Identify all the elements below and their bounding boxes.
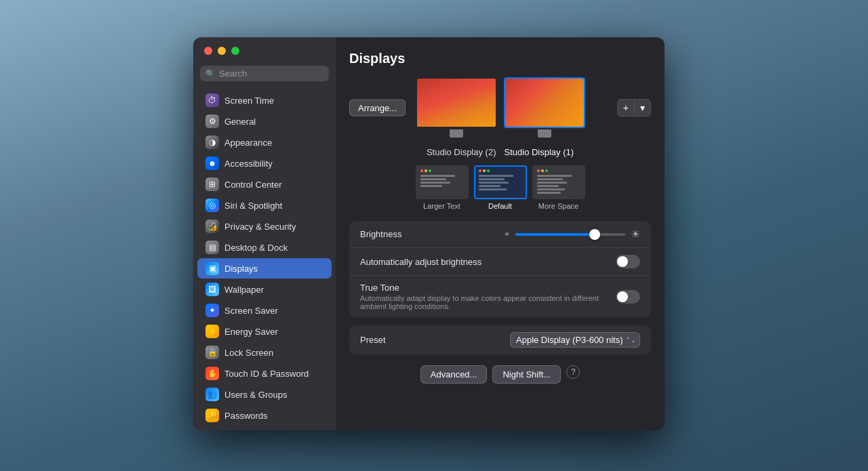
search-box[interactable]: 🔍 [200,66,329,81]
preset-section: Preset Apple Display (P3-600 nits)Custom… [349,325,651,354]
res-dots-more-space [537,169,548,172]
sidebar-item-wallpaper[interactable]: 🖼 Wallpaper [197,279,332,300]
res-line-m2 [537,178,563,180]
sidebar-label-users-groups: Users & Groups [224,390,287,400]
add-display-button[interactable]: + [618,100,634,116]
display-selection-row: Studio Display (2) Studio Display (1) [349,147,651,157]
res-line-2 [420,178,446,180]
display-2-wrap[interactable] [416,77,497,138]
control-center-icon: ⊞ [205,178,219,191]
res-thumb-more-space [532,165,585,199]
res-dot-y-default [483,169,486,172]
res-line-d5 [479,188,507,190]
touch-id-icon: ✋ [205,367,219,380]
sidebar-label-screen-time: Screen Time [224,96,274,106]
sidebar-item-control-center[interactable]: ⊞ Control Center [197,174,332,194]
screen-time-icon: ⏱ [205,94,219,107]
sidebar-item-privacy[interactable]: 🔏 Privacy & Security [197,216,332,237]
res-option-larger-text[interactable]: Larger Text [416,165,469,210]
desktop-dock-icon: ▤ [205,241,219,254]
sidebar-item-appearance[interactable]: ◑ Appearance [197,132,332,152]
res-line-m6 [537,192,561,194]
energy-saver-icon: ⚡ [205,325,219,338]
page-title: Displays [349,51,651,66]
close-button[interactable] [204,47,212,55]
display-2-label[interactable]: Studio Display (2) [427,147,496,157]
traffic-lights [193,37,336,62]
lock-screen-icon: 🔒 [205,346,219,359]
brightness-slider-knob[interactable] [589,229,600,240]
res-label-default: Default [488,202,512,210]
res-lines-default [479,175,522,190]
preset-select[interactable]: Apple Display (P3-600 nits)Custom [510,332,640,348]
add-display-chevron[interactable]: ▾ [635,100,650,116]
sidebar-item-siri[interactable]: ◎ Siri & Spotlight [197,195,332,216]
search-input[interactable] [219,68,323,79]
add-display-group[interactable]: + ▾ [617,99,651,117]
siri-icon: ◎ [205,199,219,212]
sidebar-item-users-groups[interactable]: 👥 Users & Groups [197,384,332,405]
sidebar-item-energy-saver[interactable]: ⚡ Energy Saver [197,321,332,342]
brightness-slider-track[interactable] [515,233,626,236]
sidebar-items-list: ⏱ Screen Time ⚙ General ◑ Appearance ☻ A… [193,87,336,430]
display-1-wrap[interactable] [504,77,585,138]
sidebar-label-control-center: Control Center [224,180,282,190]
brightness-row: Brightness ☀ ☀ [349,221,651,248]
sidebar-item-screen-time[interactable]: ⏱ Screen Time [197,90,332,110]
true-tone-toggle[interactable] [616,290,640,304]
sidebar-item-touch-id[interactable]: ✋ Touch ID & Password [197,363,332,384]
auto-brightness-label: Automatically adjust brightness [360,257,616,267]
help-button[interactable]: ? [566,365,580,379]
preset-select-wrap[interactable]: Apple Display (P3-600 nits)Custom ⌃⌄ [510,332,640,348]
arrange-button[interactable]: Arrange... [349,99,406,116]
displays-icon: ▣ [205,262,219,275]
general-icon: ⚙ [205,115,219,128]
sidebar-label-accessibility: Accessibility [224,159,273,169]
res-option-default[interactable]: Default [474,165,527,210]
res-line-4 [420,185,442,187]
wallpaper-icon: 🖼 [205,283,219,296]
sidebar-item-general[interactable]: ⚙ General [197,111,332,131]
minimize-button[interactable] [218,47,226,55]
sidebar-label-desktop-dock: Desktop & Dock [224,243,288,253]
sidebar-label-appearance: Appearance [224,138,272,148]
sidebar: 🔍 ⏱ Screen Time ⚙ General ◑ Appearance ☻… [193,37,336,430]
res-dot-r-ms [537,169,540,172]
sidebar-item-screen-saver[interactable]: ✦ Screen Saver [197,300,332,321]
res-line-d2 [479,178,505,180]
sidebar-item-passwords[interactable]: 🔑 Passwords [197,405,332,426]
res-line-d4 [479,185,500,187]
resolution-row: Larger Text [349,165,651,210]
display-2-stand [450,129,463,138]
sidebar-item-lock-screen[interactable]: 🔒 Lock Screen [197,342,332,363]
res-lines-more-space [537,175,580,194]
display-1-label[interactable]: Studio Display (1) [505,147,574,157]
users-groups-icon: 👥 [205,388,219,401]
display-thumbnails [416,77,585,138]
brightness-label: Brightness [360,229,497,239]
advanced-button[interactable]: Advanced... [420,365,488,384]
display-1-screen [505,79,584,127]
sidebar-label-lock-screen: Lock Screen [224,348,273,358]
res-label-more-space: More Space [538,202,578,210]
displays-row: Arrange... + [349,77,651,138]
auto-brightness-toggle[interactable] [616,255,640,268]
res-option-more-space[interactable]: More Space [532,165,585,210]
res-line-m3 [537,182,568,184]
settings-section: Brightness ☀ ☀ Automatically adjust brig… [349,221,651,317]
maximize-button[interactable] [231,47,239,55]
sidebar-item-desktop-dock[interactable]: ▤ Desktop & Dock [197,237,332,258]
sidebar-label-touch-id: Touch ID & Password [224,369,309,379]
night-shift-button[interactable]: Night Shift... [492,365,561,384]
sidebar-item-displays[interactable]: ▣ Displays [197,258,332,279]
res-dot-r-larger [420,169,423,172]
res-line-m4 [537,185,559,187]
brightness-sun-large-icon: ☀ [631,228,640,241]
res-dot-r-default [479,169,481,172]
res-dot-g-ms [545,169,548,172]
true-tone-label-group: True Tone Automatically adapt display to… [360,283,616,310]
sidebar-item-accessibility[interactable]: ☻ Accessibility [197,153,332,173]
preset-row: Preset Apple Display (P3-600 nits)Custom… [349,325,651,354]
bottom-buttons-row: Advanced... Night Shift... ? [349,365,651,384]
brightness-slider-container[interactable]: ☀ ☀ [504,228,641,241]
